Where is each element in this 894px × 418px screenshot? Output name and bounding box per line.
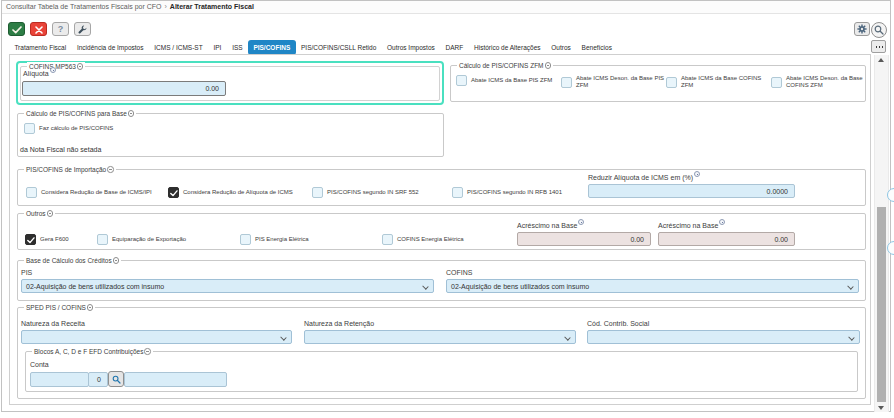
pis-cofins-in-srf-552-label: PIS/COFINS segundo IN SRF 552 bbox=[327, 189, 419, 196]
natureza-receita-select[interactable] bbox=[21, 330, 292, 344]
scroll-up-icon[interactable] bbox=[878, 58, 884, 62]
tab-darf[interactable]: DARF bbox=[440, 40, 468, 55]
tab-pis-cofins-csll-retido[interactable]: PIS/COFINS/CSLL Retido bbox=[296, 40, 382, 55]
equiparacao-exportacao-label: Equiparação de Exportação bbox=[112, 236, 186, 243]
field-help-icon[interactable] bbox=[694, 171, 700, 177]
help-button[interactable]: ? bbox=[52, 22, 69, 36]
pis-cofins-in-srf-552-checkbox[interactable] bbox=[312, 187, 323, 198]
close-icon bbox=[35, 20, 43, 38]
reducao-aliquota-icms-label: Considera Redução de Alíquota de ICMS bbox=[183, 189, 293, 196]
collapse-icon[interactable] bbox=[87, 304, 94, 311]
pis-energia-eletrica-label: PIS Energia Elétrica bbox=[255, 236, 309, 243]
group-zfm-title: Cálculo de PIS/COFINS ZFM bbox=[459, 61, 544, 70]
breadcrumb: Consultar Tabela de Tratamentos Fiscais … bbox=[2, 1, 890, 14]
scroll-down-icon[interactable] bbox=[878, 406, 884, 410]
chevron-down-icon bbox=[564, 334, 570, 340]
cofins-energia-eletrica-label: COFINS Energia Elétrica bbox=[397, 236, 464, 243]
creditos-cofins-label: COFINS bbox=[446, 269, 472, 277]
pis-cofins-in-rfb-1401-checkbox[interactable] bbox=[452, 187, 463, 198]
settings-button[interactable] bbox=[854, 22, 870, 36]
conta-search-button[interactable] bbox=[108, 371, 124, 387]
tab-pis-cofins[interactable]: PIS/COFINS bbox=[248, 40, 296, 55]
group-importacao-legend: PIS/COFINS de Importação bbox=[24, 165, 116, 174]
group-blocos-title: Blocos A, C, D e F EFD Contribuições bbox=[34, 347, 143, 356]
importacao-checkbox-row: PIS/COFINS segundo IN SRF 552 bbox=[312, 187, 419, 198]
aliquota-label: Alíquota bbox=[23, 70, 56, 78]
collapse-icon[interactable] bbox=[128, 110, 135, 117]
creditos-cofins-select[interactable]: 02-Aquisição de bens utilizados com insu… bbox=[446, 279, 859, 293]
confirm-button[interactable] bbox=[8, 22, 25, 36]
acrescimo-base-1-input[interactable]: 0.00 bbox=[517, 232, 651, 246]
abate-icms-base-pis-zfm-checkbox[interactable] bbox=[456, 75, 467, 86]
group-outros-legend: Outros bbox=[24, 209, 55, 218]
outros-checkbox-row: COFINS Energia Elétrica bbox=[382, 234, 464, 245]
tab-tratamento-fiscal[interactable]: Tratamento Fiscal bbox=[9, 40, 72, 55]
cancel-button[interactable] bbox=[30, 22, 47, 36]
more-tabs-button[interactable] bbox=[871, 40, 886, 53]
group-sped-legend: SPED PIS / COFINS bbox=[24, 303, 95, 312]
conta-input-2[interactable]: 0 bbox=[88, 372, 108, 387]
collapse-icon[interactable] bbox=[545, 62, 552, 69]
cod-contrib-social-label: Cód. Contrib. Social bbox=[587, 320, 649, 328]
group-sped-title: SPED PIS / COFINS bbox=[26, 303, 86, 312]
tab-bar: Tratamento Fiscal Incidência de Impostos… bbox=[9, 40, 617, 55]
cod-contrib-social-select[interactable] bbox=[587, 330, 860, 344]
field-help-icon[interactable] bbox=[719, 219, 725, 225]
outros-checkbox-row: Equiparação de Exportação bbox=[97, 234, 186, 245]
collapse-icon[interactable] bbox=[77, 63, 84, 70]
breadcrumb-root[interactable]: Consultar Tabela de Tratamentos Fiscais … bbox=[6, 3, 162, 10]
app-window: Consultar Tabela de Tratamentos Fiscais … bbox=[0, 0, 894, 418]
magnifier-icon bbox=[874, 21, 884, 39]
breadcrumb-current: Alterar Tratamento Fiscal bbox=[170, 3, 254, 10]
aliquota-input[interactable]: 0.00 bbox=[22, 81, 226, 96]
creditos-pis-select[interactable]: 02-Aquisição de bens utilizados com insu… bbox=[21, 279, 434, 293]
creditos-cofins-value: 02-Aquisição de bens utilizados com insu… bbox=[451, 283, 589, 290]
edge-handle-top[interactable] bbox=[887, 188, 894, 202]
conta-input-1[interactable] bbox=[30, 372, 89, 387]
field-help-icon[interactable] bbox=[50, 67, 56, 73]
tab-ipi[interactable]: IPI bbox=[208, 40, 227, 55]
cofins-energia-eletrica-checkbox[interactable] bbox=[382, 234, 393, 245]
collapse-icon[interactable] bbox=[113, 257, 120, 264]
abate-icms-deson-base-cofins-zfm-checkbox[interactable] bbox=[771, 77, 782, 88]
abate-icms-base-cofins-zfm-checkbox[interactable] bbox=[666, 77, 677, 88]
collapse-icon[interactable] bbox=[144, 348, 151, 355]
acrescimo-base-2-input[interactable]: 0.00 bbox=[658, 232, 795, 246]
edge-handle-bottom[interactable] bbox=[887, 241, 894, 255]
tab-iss[interactable]: ISS bbox=[227, 40, 248, 55]
tab-outros[interactable]: Outros bbox=[546, 40, 576, 55]
pis-energia-eletrica-checkbox[interactable] bbox=[240, 234, 251, 245]
field-help-icon[interactable] bbox=[578, 219, 584, 225]
acrescimo-base-1-label-text: Acréscimo na Base bbox=[517, 222, 577, 230]
tab-historico-de-alteracoes[interactable]: Histórico de Alterações bbox=[469, 40, 546, 55]
gera-f600-checkbox[interactable] bbox=[25, 234, 36, 245]
aliquota-label-text: Alíquota bbox=[23, 70, 49, 78]
wrench-icon bbox=[78, 20, 87, 38]
zfm-checkbox-row: Abate ICMS Deson. da Base COFINS ZFM bbox=[771, 75, 877, 89]
collapse-icon[interactable] bbox=[47, 210, 54, 217]
reduzir-aliquota-input[interactable]: 0.0000 bbox=[588, 184, 795, 198]
faz-calculo-checkbox[interactable] bbox=[24, 123, 35, 134]
tab-icms-icms-st[interactable]: ICMS / ICMS-ST bbox=[149, 40, 208, 55]
tab-beneficios[interactable]: Benefícios bbox=[576, 40, 617, 55]
faz-calculo-checkbox-row: Faz cálculo de PIS/COFINS bbox=[24, 123, 113, 134]
conta-input-3[interactable] bbox=[124, 372, 227, 387]
collapse-icon[interactable] bbox=[107, 166, 114, 173]
scrollbar-thumb[interactable] bbox=[877, 207, 886, 402]
reducao-base-icms-ipi-checkbox[interactable] bbox=[26, 187, 37, 198]
group-blocos-legend: Blocos A, C, D e F EFD Contribuições bbox=[32, 347, 153, 356]
outros-checkbox-row: PIS Energia Elétrica bbox=[240, 234, 309, 245]
search-button[interactable] bbox=[871, 22, 887, 38]
reducao-aliquota-icms-checkbox[interactable] bbox=[168, 187, 179, 198]
tab-incidencia-de-impostos[interactable]: Incidência de Impostos bbox=[72, 40, 149, 55]
chevron-down-icon bbox=[847, 283, 853, 289]
tools-button[interactable] bbox=[74, 22, 91, 36]
zfm-checkbox-row: Abate ICMS da Base COFINS ZFM bbox=[666, 75, 772, 89]
pis-cofins-in-rfb-1401-label: PIS/COFINS segundo IN RFB 1401 bbox=[467, 189, 562, 196]
natureza-retencao-select[interactable] bbox=[304, 330, 576, 344]
equiparacao-exportacao-checkbox[interactable] bbox=[97, 234, 108, 245]
abate-icms-deson-base-pis-zfm-checkbox[interactable] bbox=[561, 77, 572, 88]
tab-outros-impostos[interactable]: Outros Impostos bbox=[382, 40, 440, 55]
zfm-checkbox-row: Abate ICMS da Base PIS ZFM bbox=[456, 75, 562, 86]
group-calculo-base-legend: Cálculo de PIS/COFINS para Base bbox=[24, 109, 136, 118]
